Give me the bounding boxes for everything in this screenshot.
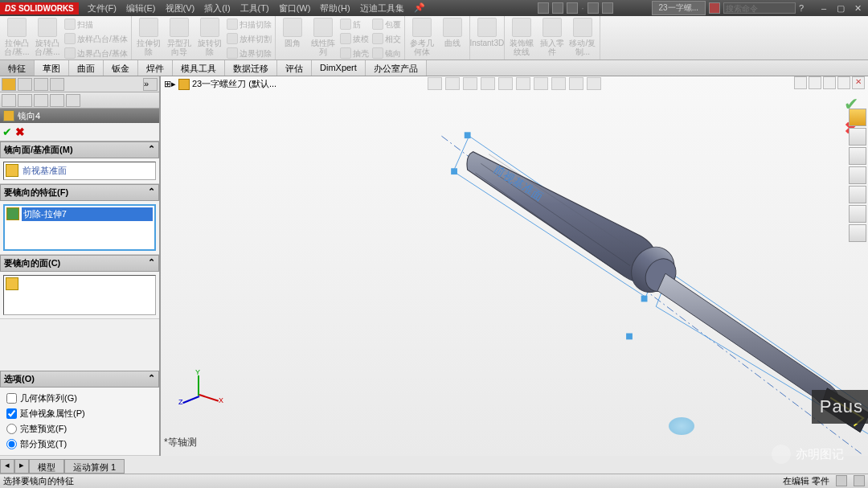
extrude-cut-button[interactable]: 拉伸切除: [135, 18, 162, 56]
orientation-triad[interactable]: YXZ: [180, 375, 220, 416]
view-settings-icon[interactable]: [587, 77, 601, 90]
mirror-features-select[interactable]: 切除-拉伸7: [3, 204, 156, 251]
cancel-button[interactable]: ✖: [15, 125, 25, 138]
move-copy-button[interactable]: 移动/复制...: [569, 18, 596, 56]
qat-btn[interactable]: [588, 2, 599, 14]
view-orient-icon[interactable]: [498, 77, 513, 90]
qat-btn[interactable]: [552, 2, 563, 14]
tab-motion-study[interactable]: 运动算例 1: [64, 459, 125, 474]
graphics-viewport[interactable]: ⊞▸23一字螺丝刀 (默认... ✕ ✔ ✖: [161, 76, 868, 456]
intersect-button[interactable]: 相交: [372, 32, 401, 45]
tab-dimxpert[interactable]: DimXpert: [312, 60, 366, 76]
mirror-button[interactable]: 镜向: [372, 47, 401, 59]
partial-preview-radio[interactable]: [6, 439, 17, 449]
menu-maidi[interactable]: 迈迪工具集: [356, 1, 408, 16]
section-options[interactable]: 选项(O)⌃: [0, 371, 159, 388]
sweep-button[interactable]: 扫描: [64, 18, 128, 31]
revolve-cut-button[interactable]: 旋转切除: [196, 18, 223, 56]
boundary-cut-button[interactable]: 边界切除: [227, 47, 272, 59]
loft-cut-button[interactable]: 放样切割: [227, 32, 272, 45]
hole-wizard-button[interactable]: 异型孔向导: [166, 18, 193, 56]
wrap-button[interactable]: 包覆: [372, 18, 401, 31]
vp-btn-icon[interactable]: [794, 76, 807, 89]
section-view-icon[interactable]: [481, 77, 495, 90]
appearance-icon[interactable]: [551, 77, 566, 90]
tab-scroll-right-icon[interactable]: ▸: [14, 459, 29, 474]
menu-edit[interactable]: 编辑(E): [122, 1, 160, 16]
hide-show-icon[interactable]: [534, 77, 548, 90]
tab-sheetmetal[interactable]: 钣金: [104, 60, 138, 76]
instant3d-button[interactable]: Instant3D: [473, 18, 501, 47]
display-style-icon[interactable]: [516, 77, 530, 90]
vp-close-icon[interactable]: ✕: [852, 76, 865, 89]
boundary-button[interactable]: 边界凸台/基体: [64, 47, 128, 59]
status-icon[interactable]: [854, 475, 865, 486]
tab-scroll-left-icon[interactable]: ◂: [0, 459, 14, 474]
pm-tab-config-icon[interactable]: [34, 78, 48, 91]
cosmetic-thread-button[interactable]: 装饰螺纹线: [508, 18, 535, 56]
rib-button[interactable]: 筋: [340, 18, 369, 31]
fillet-button[interactable]: 圆角: [279, 18, 306, 47]
extrude-boss-button[interactable]: 拉伸凸台/基...: [3, 18, 31, 56]
tab-mold[interactable]: 模具工具: [173, 60, 225, 76]
sweep-cut-button[interactable]: 扫描切除: [227, 18, 272, 31]
insert-part-button[interactable]: 插入零件: [538, 18, 566, 56]
prev-view-icon[interactable]: [463, 77, 477, 90]
mirror-faces-select[interactable]: [3, 275, 156, 315]
tab-datamigration[interactable]: 数据迁移: [225, 60, 277, 76]
menu-view[interactable]: 视图(V): [162, 1, 199, 16]
qat-btn[interactable]: [567, 2, 578, 14]
pm-tool-icon[interactable]: [66, 94, 80, 107]
search-input[interactable]: [723, 2, 796, 14]
mirror-plane-select[interactable]: 前视基准面: [3, 162, 156, 180]
menu-tools[interactable]: 工具(T): [236, 1, 273, 16]
minimize-icon[interactable]: –: [817, 3, 831, 14]
pm-tab-featuretree-icon[interactable]: [2, 78, 16, 91]
ref-geom-button[interactable]: 参考几何体: [408, 18, 436, 56]
zoom-area-icon[interactable]: [445, 77, 460, 90]
tab-surfaces[interactable]: 曲面: [69, 60, 104, 76]
vp-min-icon[interactable]: [823, 76, 836, 89]
qat-btn[interactable]: [602, 2, 613, 14]
full-preview-radio[interactable]: [6, 424, 17, 434]
section-mirror-faces[interactable]: 要镜向的面(C)⌃: [0, 255, 159, 272]
vp-max-icon[interactable]: [837, 76, 850, 89]
section-mirror-features[interactable]: 要镜向的特征(F)⌃: [0, 184, 159, 201]
help-icon[interactable]: ?: [799, 3, 810, 13]
linear-pattern-button[interactable]: 线性阵列: [309, 18, 337, 56]
maximize-icon[interactable]: ▢: [833, 3, 848, 14]
tab-office[interactable]: 办公室产品: [366, 60, 427, 76]
menu-insert[interactable]: 插入(I): [200, 1, 234, 16]
pm-tab-propmgr-icon[interactable]: [18, 78, 32, 91]
tab-features[interactable]: 特征: [0, 60, 35, 76]
pm-tool-icon[interactable]: [34, 94, 48, 107]
tab-evaluate[interactable]: 评估: [277, 60, 312, 76]
pm-tab-pin-icon[interactable]: »: [143, 78, 158, 91]
menu-pin-icon[interactable]: 📌: [410, 1, 429, 16]
status-icon[interactable]: [836, 475, 847, 486]
propagate-props-checkbox[interactable]: [6, 408, 17, 419]
loft-button[interactable]: 放样凸台/基体: [64, 32, 128, 45]
pm-tool-icon[interactable]: [2, 94, 16, 107]
pm-tool-icon[interactable]: [50, 94, 64, 107]
qat-btn[interactable]: [538, 2, 549, 14]
tab-weldments[interactable]: 焊件: [138, 60, 173, 76]
draft-button[interactable]: 拔模: [340, 32, 369, 45]
scene-icon[interactable]: [569, 77, 583, 90]
curves-button[interactable]: 曲线: [439, 18, 466, 47]
tab-sketch[interactable]: 草图: [35, 60, 69, 76]
zoom-fit-icon[interactable]: [428, 77, 442, 90]
document-tab[interactable]: 23一字螺...: [652, 1, 706, 15]
ok-button[interactable]: ✔: [2, 125, 12, 138]
pm-tab-dim-icon[interactable]: [50, 78, 64, 91]
pm-tool-icon[interactable]: [18, 94, 32, 107]
close-icon[interactable]: ✕: [850, 3, 865, 14]
tab-model[interactable]: 模型: [29, 459, 64, 474]
search-icon[interactable]: [709, 2, 720, 14]
menu-window[interactable]: 窗口(W): [275, 1, 315, 16]
section-mirror-plane[interactable]: 镜向面/基准面(M)⌃: [0, 141, 159, 158]
menu-file[interactable]: 文件(F): [84, 1, 121, 16]
shell-button[interactable]: 抽壳: [340, 47, 369, 59]
geom-pattern-checkbox[interactable]: [6, 393, 17, 404]
menu-help[interactable]: 帮助(H): [316, 1, 354, 16]
